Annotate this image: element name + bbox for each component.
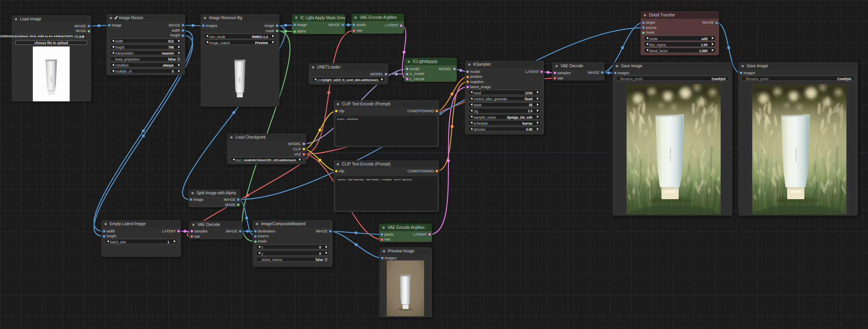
svg-text:SKINCARE: SKINCARE (50, 77, 52, 83)
svg-text:DERMA COSMETIC: DERMA COSMETIC (795, 148, 797, 163)
svg-text:DERMA COSMETIC: DERMA COSMETIC (669, 148, 671, 163)
svg-text:SKINCARE: SKINCARE (239, 77, 240, 83)
